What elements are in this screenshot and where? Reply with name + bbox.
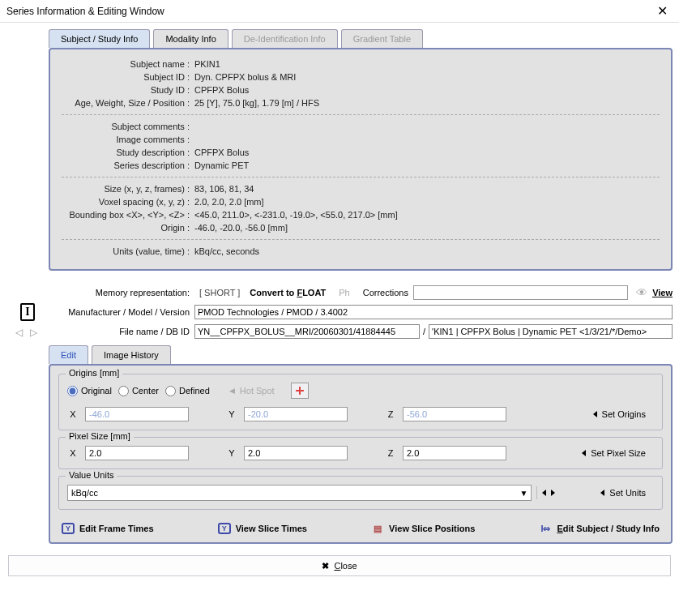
view-slice-positions-button[interactable]: ▤View Slice Positions (371, 523, 475, 534)
triangle-right-icon[interactable] (551, 490, 555, 496)
study-id-label: Study ID (62, 85, 190, 95)
pixel-x-label: X (67, 448, 79, 458)
origin-label: Origin (62, 223, 190, 233)
awsp-label: Age, Weight, Size / Position (62, 98, 190, 108)
study-id-value: CPFPX Bolus (190, 85, 249, 95)
filename-sep: / (423, 327, 425, 336)
triangle-left-icon (582, 450, 586, 456)
tab-modality-info[interactable]: Modality Info (153, 29, 228, 48)
slice-pos-icon: ▤ (371, 523, 384, 534)
pixel-z-input[interactable] (403, 446, 506, 460)
origin-x-label: X (67, 409, 79, 419)
series-desc-value: Dynamic PET (190, 160, 249, 170)
triangle-left-icon (600, 490, 604, 496)
subj-comments-label: Subject comments (62, 122, 190, 131)
pixel-size-legend: Pixel Size [mm] (66, 431, 134, 441)
origin-value: -46.0, -20.0, -56.0 [mm] (190, 223, 288, 233)
close-button[interactable]: ✖ Close (8, 555, 671, 576)
origin-x-input[interactable] (85, 407, 189, 421)
units-label: Units (value, time) (62, 246, 190, 256)
boundingbox-label: Bounding box <X>, <Y>, <Z> (62, 210, 190, 220)
subject-id-value: Dyn. CPFPX bolus & MRI (190, 72, 296, 82)
pixel-size-fieldset: Pixel Size [mm] X Y Z Set Pixel Size (58, 437, 663, 469)
tab-subject-info[interactable]: Subject / Study Info (49, 29, 150, 48)
subject-name-value: PKIN1 (190, 59, 220, 69)
info-panel: Subject namePKIN1 Subject IDDyn. CPFPX b… (49, 48, 673, 271)
study-desc-value: CPFPX Bolus (190, 148, 249, 157)
series-desc-label: Series description (62, 160, 190, 170)
x-icon: ✖ (322, 561, 329, 571)
edit-icon: I⇔ (539, 523, 552, 534)
units-value: kBq/cc, seconds (190, 246, 259, 256)
units-select-value: kBq/cc (71, 488, 98, 498)
set-origins-button[interactable]: Set Origins (585, 409, 654, 419)
origin-z-input[interactable] (403, 407, 506, 421)
voxel-value: 2.0, 2.0, 2.0 [mm] (190, 197, 264, 207)
origins-fieldset: Origins [mm] Original Center Defined ◀ H… (58, 374, 663, 430)
view-button[interactable]: View (652, 288, 673, 297)
prev-arrow-icon[interactable]: ◁ (15, 327, 25, 336)
voxel-label: Voxel spacing (x, y, z) (62, 197, 190, 207)
subject-name-label: Subject name (62, 59, 190, 69)
tab-image-history[interactable]: Image History (92, 345, 171, 364)
size-label: Size (x, y, z, frames) (62, 184, 190, 194)
target-button[interactable] (291, 383, 309, 399)
study-desc-label: Study description (62, 148, 190, 157)
chevron-down-icon: ▼ (519, 489, 527, 498)
set-units-button[interactable]: Set Units (592, 488, 654, 498)
pixel-y-input[interactable] (244, 446, 348, 460)
clock-box-icon: Y (218, 523, 231, 534)
filename-label: File name / DB ID (49, 327, 194, 336)
value-units-legend: Value Units (66, 470, 117, 480)
units-select[interactable]: kBq/cc ▼ (67, 485, 532, 501)
pixel-y-label: Y (226, 448, 237, 458)
triangle-left-icon (593, 411, 597, 417)
eye-icon: 👁 (636, 286, 647, 299)
manufacturer-input[interactable] (194, 305, 673, 319)
clock-box-icon: Y (62, 523, 75, 534)
corrections-label: Corrections (363, 288, 408, 297)
origin-radio-defined[interactable]: Defined (165, 386, 210, 396)
origins-legend: Origins [mm] (66, 368, 122, 378)
edit-panel: Origins [mm] Original Center Defined ◀ H… (49, 364, 673, 544)
img-comments-label: Image comments (62, 135, 190, 144)
tab-edit[interactable]: Edit (49, 345, 88, 364)
window-title: Series Information & Editing Window (6, 6, 164, 17)
value-units-fieldset: Value Units kBq/cc ▼ Set Units (58, 476, 663, 510)
dbid-input[interactable] (429, 324, 673, 339)
tab-deid-info: De-Identification Info (232, 29, 338, 48)
origin-radio-center[interactable]: Center (118, 386, 159, 396)
edit-frame-times-button[interactable]: YEdit Frame Times (62, 523, 154, 534)
origin-radio-original[interactable]: Original (67, 386, 112, 396)
boundingbox-value: <45.0, 211.0>, <-231.0, -19.0>, <55.0, 2… (190, 210, 398, 220)
close-icon[interactable]: ✕ (652, 3, 673, 19)
convert-to-float-button[interactable]: Convert to FLOAT (250, 288, 326, 297)
info-badge-icon: I (20, 303, 35, 321)
memory-repr-short: [ SHORT ] (199, 288, 240, 297)
origin-y-label: Y (226, 409, 237, 419)
origin-y-input[interactable] (244, 407, 348, 421)
edit-subject-info-button[interactable]: I⇔Edit Subject / Study Info (539, 523, 660, 534)
target-icon (296, 387, 304, 395)
triangle-left-icon[interactable] (542, 490, 546, 496)
memory-repr-label: Memory representation: (49, 288, 194, 297)
ph-label: Ph (339, 288, 349, 297)
awsp-value: 25 [Y], 75.0 [kg], 1.79 [m] / HFS (190, 98, 319, 108)
view-slice-times-button[interactable]: YView Slice Times (218, 523, 307, 534)
pixel-z-label: Z (385, 448, 396, 458)
manufacturer-label: Manufacturer / Model / Version (49, 307, 194, 317)
pixel-x-input[interactable] (85, 446, 189, 460)
next-arrow-icon[interactable]: ▷ (30, 327, 40, 336)
subject-id-label: Subject ID (62, 72, 190, 82)
hotspot-label: ◀ Hot Spot (229, 386, 275, 396)
corrections-input[interactable] (413, 285, 628, 300)
filename-input[interactable] (194, 324, 420, 339)
tab-gradient-table: Gradient Table (341, 29, 423, 48)
size-value: 83, 106, 81, 34 (190, 184, 254, 194)
set-pixel-size-button[interactable]: Set Pixel Size (574, 448, 654, 458)
origin-z-label: Z (385, 409, 396, 419)
